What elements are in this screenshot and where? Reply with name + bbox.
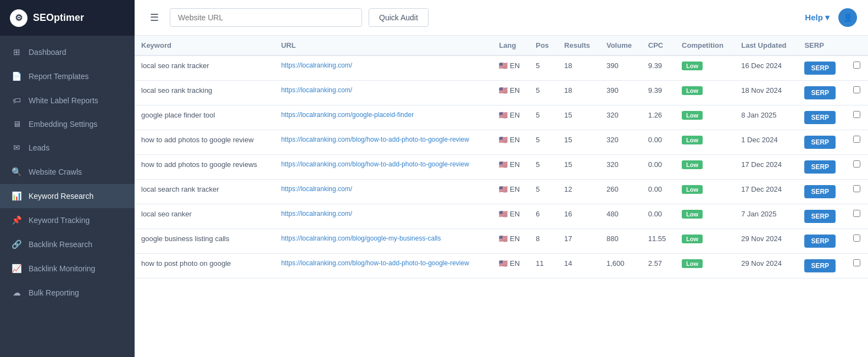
date-cell-6: 7 Jan 2025 [735,204,798,229]
cpc-cell-5: 0.00 [642,180,675,204]
results-cell-5: 12 [558,180,600,204]
results-cell-1: 18 [558,81,600,105]
competition-cell-6: Low [675,204,735,229]
competition-badge-6: Low [682,210,703,219]
url-cell-7: https://localranking.com/blog/google-my-… [275,229,493,254]
pos-cell-5: 5 [529,180,558,204]
serp-button-0[interactable]: SERP [804,62,836,75]
serp-button-3[interactable]: SERP [804,136,836,149]
sidebar: ⚙ SEOptimer ⊞ Dashboard📄 Report Template… [0,0,135,357]
competition-badge-1: Low [682,86,703,95]
quick-audit-button[interactable]: Quick Audit [369,8,429,27]
pos-cell-0: 5 [529,55,558,81]
competition-cell-2: Low [675,105,735,130]
sidebar-item-report-templates[interactable]: 📄 Report Templates [0,64,135,88]
pos-cell-8: 11 [529,254,558,278]
date-cell-5: 17 Dec 2024 [735,180,798,204]
serp-cell-0: SERP [798,55,845,81]
competition-cell-5: Low [675,180,735,204]
volume-cell-0: 390 [600,55,642,81]
serp-button-4[interactable]: SERP [804,160,836,174]
lang-cell-4: 🇺🇸 EN [492,155,529,180]
keyword-cell-7: google business listing calls [135,229,275,254]
date-cell-4: 17 Dec 2024 [735,155,798,180]
checkbox-cell-4 [846,155,868,180]
sidebar-item-website-crawls[interactable]: 🔍 Website Crawls [0,160,135,184]
pos-cell-7: 8 [529,229,558,254]
serp-cell-7: SERP [798,229,845,254]
cpc-cell-7: 11.55 [642,229,675,254]
hamburger-button[interactable]: ☰ [146,9,163,26]
checkbox-cell-3 [846,130,868,155]
row-checkbox-8[interactable] [853,259,860,266]
serp-button-1[interactable]: SERP [804,86,836,99]
cpc-cell-1: 9.39 [642,81,675,105]
cpc-cell-2: 1.26 [642,105,675,130]
url-cell-3: https://localranking.com/blog/how-to-add… [275,130,493,155]
volume-cell-2: 320 [600,105,642,130]
website-url-input[interactable] [170,8,362,27]
cpc-cell-0: 9.39 [642,55,675,81]
row-checkbox-2[interactable] [853,111,860,118]
col-header-7: Competition [675,36,735,55]
row-checkbox-6[interactable] [853,210,860,217]
logo-icon: ⚙ [10,9,27,27]
results-cell-0: 18 [558,55,600,81]
date-cell-7: 29 Nov 2024 [735,229,798,254]
header-right: Help ▾ 👤 [805,8,857,27]
lang-cell-7: 🇺🇸 EN [492,229,529,254]
results-cell-6: 16 [558,204,600,229]
table-row: local seo rank trackerhttps://localranki… [135,55,868,81]
row-checkbox-1[interactable] [853,86,860,93]
volume-cell-7: 880 [600,229,642,254]
url-cell-5: https://localranking.com/ [275,180,493,204]
sidebar-item-backlink-monitoring[interactable]: 📈 Backlink Monitoring [0,256,135,281]
table-row: how to add photos to google reviewshttps… [135,155,868,180]
competition-cell-3: Low [675,130,735,155]
serp-button-6[interactable]: SERP [804,210,836,223]
keyword-cell-1: local seo rank tracking [135,81,275,105]
checkbox-cell-8 [846,254,868,278]
sidebar-item-leads[interactable]: ✉ Leads [0,136,135,160]
serp-button-2[interactable]: SERP [804,111,836,124]
sidebar-item-bulk-reporting[interactable]: ☁ Bulk Reporting [0,281,135,305]
volume-cell-6: 480 [600,204,642,229]
url-cell-1: https://localranking.com/ [275,81,493,105]
row-checkbox-7[interactable] [853,235,860,242]
help-button[interactable]: Help ▾ [805,13,830,23]
nav-icon-keyword-tracking: 📌 [11,215,22,225]
competition-cell-4: Low [675,155,735,180]
keyword-table: KeywordURLLangPosResultsVolumeCPCCompeti… [135,36,868,278]
volume-cell-4: 320 [600,155,642,180]
row-checkbox-3[interactable] [853,136,860,143]
url-cell-0: https://localranking.com/ [275,55,493,81]
row-checkbox-0[interactable] [853,62,860,69]
pos-cell-1: 5 [529,81,558,105]
results-cell-7: 17 [558,229,600,254]
volume-cell-3: 320 [600,130,642,155]
serp-button-7[interactable]: SERP [804,235,836,248]
date-cell-8: 29 Nov 2024 [735,254,798,278]
checkbox-cell-1 [846,81,868,105]
volume-cell-5: 260 [600,180,642,204]
sidebar-item-white-label-reports[interactable]: 🏷 White Label Reports [0,88,135,112]
col-header-8: Last Updated [735,36,798,55]
nav-label-dashboard: Dashboard [29,48,66,57]
serp-button-8[interactable]: SERP [804,259,836,272]
serp-cell-6: SERP [798,204,845,229]
date-cell-0: 16 Dec 2024 [735,55,798,81]
sidebar-item-backlink-research[interactable]: 🔗 Backlink Research [0,232,135,256]
cpc-cell-8: 2.57 [642,254,675,278]
nav-icon-keyword-research: 📊 [11,191,22,201]
serp-button-5[interactable]: SERP [804,185,836,198]
sidebar-item-keyword-tracking[interactable]: 📌 Keyword Tracking [0,208,135,232]
logo-text: SEOptimer [33,12,84,24]
avatar[interactable]: 👤 [838,8,857,27]
keyword-cell-0: local seo rank tracker [135,55,275,81]
sidebar-item-dashboard[interactable]: ⊞ Dashboard [0,40,135,64]
sidebar-item-keyword-research[interactable]: 📊 Keyword Research [0,184,135,208]
sidebar-item-embedding-settings[interactable]: 🖥 Embedding Settings [0,112,135,136]
col-header-4: Results [558,36,600,55]
row-checkbox-5[interactable] [853,185,860,192]
row-checkbox-4[interactable] [853,160,860,168]
